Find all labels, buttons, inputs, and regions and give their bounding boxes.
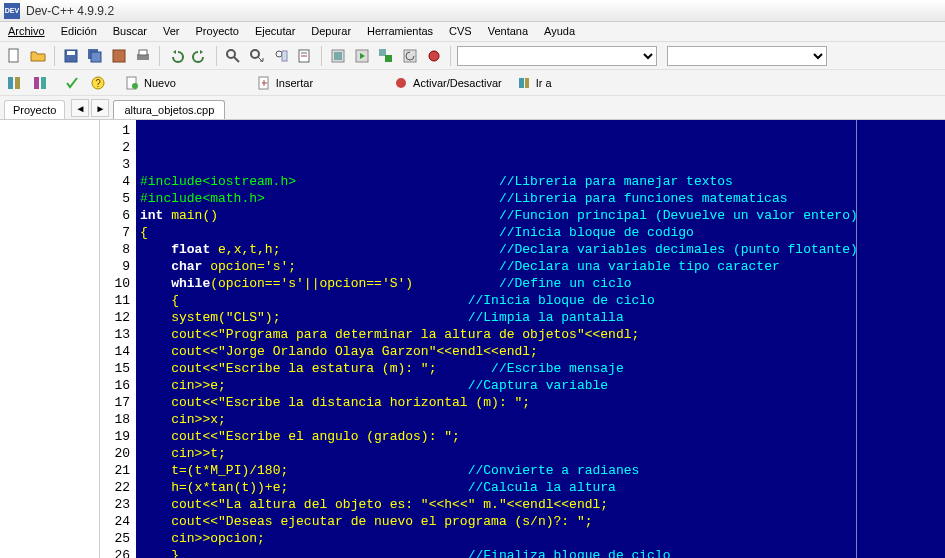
nav-back-icon[interactable]: ◄	[71, 99, 89, 117]
svg-rect-19	[379, 49, 386, 56]
svg-rect-20	[385, 55, 392, 62]
ira-button[interactable]: Ir a	[512, 75, 556, 91]
svg-point-30	[132, 83, 138, 89]
code-line[interactable]: cout<<"La altura del objeto es: "<<h<<" …	[136, 496, 945, 513]
find-next-icon[interactable]	[271, 46, 291, 66]
print-icon[interactable]	[133, 46, 153, 66]
line-gutter: 1234567891011121314151617181920212223242…	[100, 120, 136, 558]
code-line[interactable]: cout<<"Jorge Orlando Olaya Garzon"<<endl…	[136, 343, 945, 360]
code-line[interactable]: } //Finaliza bloque de ciclo	[136, 547, 945, 558]
code-area[interactable]: #include<iostream.h> //Libreria para man…	[136, 120, 945, 558]
code-line[interactable]: cout<<"Escribe la estatura (m): "; //Esc…	[136, 360, 945, 377]
menu-ayuda[interactable]: Ayuda	[536, 22, 583, 41]
svg-point-11	[276, 51, 282, 57]
code-line[interactable]: h=(x*tan(t))+e; //Calcula la altura	[136, 479, 945, 496]
insertar-button[interactable]: Insertar	[252, 75, 317, 91]
undo-icon[interactable]	[166, 46, 186, 66]
redo-icon[interactable]	[190, 46, 210, 66]
code-line[interactable]: while(opcion=='s'||opcion=='S') //Define…	[136, 275, 945, 292]
code-line[interactable]: { //Inicia bloque de ciclo	[136, 292, 945, 309]
menu-ejecutar[interactable]: Ejecutar	[247, 22, 303, 41]
window-title: Dev-C++ 4.9.9.2	[26, 4, 114, 18]
config-combo[interactable]	[667, 46, 827, 66]
debug-icon[interactable]	[424, 46, 444, 66]
menu-herramientas[interactable]: Herramientas	[359, 22, 441, 41]
svg-text:?: ?	[95, 78, 101, 89]
code-line[interactable]: cin>>x;	[136, 411, 945, 428]
tab-row: Proyecto ◄ ► altura_objetos.cpp	[0, 96, 945, 120]
code-line[interactable]: { //Inicia bloque de codigo	[136, 224, 945, 241]
code-line[interactable]: float e,x,t,h; //Declara variables decim…	[136, 241, 945, 258]
nuevo-label: Nuevo	[144, 77, 176, 89]
code-editor[interactable]: 1234567891011121314151617181920212223242…	[100, 120, 945, 558]
main-toolbar	[0, 42, 945, 70]
activar-button[interactable]: Activar/Desactivar	[389, 75, 506, 91]
secondary-toolbar: ? Nuevo Insertar Activar/Desactivar Ir a	[0, 70, 945, 96]
open-icon[interactable]	[28, 46, 48, 66]
insertar-label: Insertar	[276, 77, 313, 89]
svg-rect-2	[67, 51, 75, 55]
menu-edición[interactable]: Edición	[53, 22, 105, 41]
nuevo-button[interactable]: Nuevo	[120, 75, 180, 91]
new-file-icon[interactable]	[4, 46, 24, 66]
svg-rect-23	[8, 77, 13, 89]
code-line[interactable]: cout<<"Escribe la distancia horizontal (…	[136, 394, 945, 411]
code-line[interactable]: #include<iostream.h> //Libreria para man…	[136, 173, 945, 190]
compiler-combo[interactable]	[457, 46, 657, 66]
compile-icon[interactable]	[328, 46, 348, 66]
menu-cvs[interactable]: CVS	[441, 22, 480, 41]
nav-fwd-icon[interactable]: ►	[91, 99, 109, 117]
svg-point-8	[227, 50, 235, 58]
code-line[interactable]: cout<<"Programa para determinar la altur…	[136, 326, 945, 343]
rebuild-icon[interactable]	[400, 46, 420, 66]
svg-rect-12	[282, 51, 287, 61]
code-line[interactable]: t=(t*M_PI)/180; //Convierte a radianes	[136, 462, 945, 479]
menu-depurar[interactable]: Depurar	[303, 22, 359, 41]
find-icon[interactable]	[223, 46, 243, 66]
title-bar: DEV Dev-C++ 4.9.9.2	[0, 0, 945, 22]
svg-rect-5	[113, 50, 125, 62]
project-panel	[0, 120, 100, 558]
svg-rect-17	[334, 52, 342, 60]
code-line[interactable]: cout<<"Escribe el angulo (grados): ";	[136, 428, 945, 445]
compile-run-icon[interactable]	[376, 46, 396, 66]
proyecto-tab[interactable]: Proyecto	[4, 100, 65, 119]
activar-label: Activar/Desactivar	[413, 77, 502, 89]
svg-rect-7	[139, 50, 147, 55]
svg-rect-0	[9, 49, 18, 62]
toolbar-sep	[216, 46, 217, 66]
toolbar-sep	[321, 46, 322, 66]
toolbar-sep	[450, 46, 451, 66]
menu-ventana[interactable]: Ventana	[480, 22, 536, 41]
svg-point-22	[429, 51, 439, 61]
code-line[interactable]: char opcion='s'; //Declara una variable …	[136, 258, 945, 275]
code-line[interactable]: int main() //Funcion principal (Devuelve…	[136, 207, 945, 224]
file-tab[interactable]: altura_objetos.cpp	[113, 100, 225, 119]
menu-buscar[interactable]: Buscar	[105, 22, 155, 41]
app-icon: DEV	[4, 3, 20, 19]
code-line[interactable]: cin>>opcion;	[136, 530, 945, 547]
save-all-icon[interactable]	[85, 46, 105, 66]
code-line[interactable]: cin>>e; //Captura variable	[136, 377, 945, 394]
save-as-icon[interactable]	[109, 46, 129, 66]
save-icon[interactable]	[61, 46, 81, 66]
code-line[interactable]: cin>>t;	[136, 445, 945, 462]
check-icon[interactable]	[62, 73, 82, 93]
help-icon[interactable]: ?	[88, 73, 108, 93]
menu-ver[interactable]: Ver	[155, 22, 188, 41]
svg-rect-24	[15, 77, 20, 89]
ira-label: Ir a	[536, 77, 552, 89]
svg-rect-26	[41, 77, 46, 89]
menu-archivo[interactable]: Archivo	[0, 22, 53, 41]
replace-icon[interactable]	[247, 46, 267, 66]
menu-bar: ArchivoEdiciónBuscarVerProyectoEjecutarD…	[0, 22, 945, 42]
code-line[interactable]: system("CLS"); //Limpia la pantalla	[136, 309, 945, 326]
code-line[interactable]: cout<<"Deseas ejecutar de nuevo el progr…	[136, 513, 945, 530]
bookmark2-icon[interactable]	[30, 73, 50, 93]
code-line[interactable]: #include<math.h> //Libreria para funcion…	[136, 190, 945, 207]
toolbar-sep	[159, 46, 160, 66]
run-icon[interactable]	[352, 46, 372, 66]
menu-proyecto[interactable]: Proyecto	[188, 22, 247, 41]
goto-icon[interactable]	[295, 46, 315, 66]
bookmark-icon[interactable]	[4, 73, 24, 93]
